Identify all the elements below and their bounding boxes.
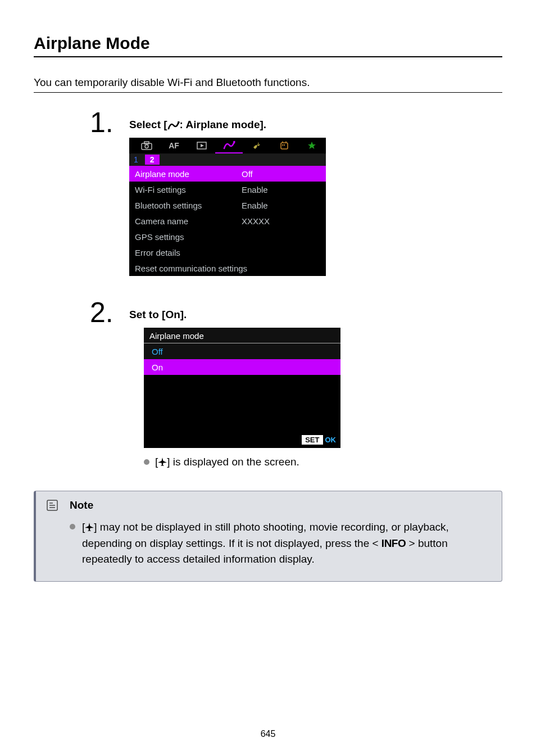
svg-point-9 [285, 142, 287, 143]
result-text-tail: ] is displayed on the screen. [167, 456, 299, 468]
step-1: 1. Select [: Airplane mode]. AF 1 2 [90, 108, 502, 276]
menu-item-camera-name[interactable]: Camera name XXXXX [129, 213, 326, 229]
menu-page-1[interactable]: 1 [134, 155, 138, 164]
tab-custom-icon[interactable] [270, 138, 298, 153]
menu-item-gps-settings[interactable]: GPS settings [129, 229, 326, 245]
result-text: [] is displayed on the screen. [155, 456, 299, 468]
svg-rect-10 [282, 144, 283, 146]
menu-item-airplane-mode[interactable]: Airplane mode Off [129, 166, 326, 182]
camera-menu-screen-1: AF 1 2 Airplane mode Off [129, 138, 326, 276]
menu-item-bluetooth-settings[interactable]: Bluetooth settings Enable [129, 197, 326, 213]
svg-rect-11 [284, 144, 285, 146]
ok-label: OK [325, 436, 337, 444]
step-1-title-prefix: Select [ [129, 119, 167, 130]
heading-rule [34, 56, 502, 57]
step-1-title-suffix: : Airplane mode]. [180, 119, 266, 130]
menu-item-value: Off [242, 169, 253, 179]
menu-item-value: Enable [242, 201, 268, 210]
menu-page-2[interactable]: 2 [145, 155, 160, 165]
menu-item-label: Airplane mode [135, 169, 242, 179]
tab-af-label[interactable]: AF [160, 138, 188, 153]
step-1-title: Select [: Airplane mode]. [129, 119, 502, 131]
step-1-number: 1. [90, 108, 129, 137]
svg-point-8 [282, 142, 283, 143]
tab-camera-icon[interactable] [133, 138, 160, 153]
menu-item-label: Error details [135, 248, 242, 257]
wireless-icon [167, 121, 180, 130]
bullet-icon [144, 459, 149, 465]
svg-rect-7 [281, 143, 288, 149]
note-box: Note [] may not be displayed in still ph… [34, 491, 502, 582]
dialog-option-on[interactable]: On [144, 359, 340, 375]
menu-item-label: Bluetooth settings [135, 201, 242, 210]
note-heading: Note [70, 499, 488, 511]
step-2-number: 2. [90, 298, 129, 327]
menu-item-value: Enable [242, 185, 268, 194]
dialog-blank-area [144, 375, 340, 431]
menu-item-wifi-settings[interactable]: Wi-Fi settings Enable [129, 182, 326, 197]
camera-menu-screen-2: Airplane mode Off On SET OK [144, 328, 340, 448]
tab-wrench-icon[interactable] [243, 138, 270, 153]
menu-item-value: XXXXX [242, 216, 270, 226]
step-2-result: [] is displayed on the screen. [144, 456, 502, 468]
note-icon [46, 499, 58, 514]
menu-page-row: 1 2 [129, 153, 326, 166]
svg-point-3 [145, 145, 148, 148]
svg-marker-12 [308, 142, 316, 149]
svg-rect-2 [144, 142, 149, 144]
tab-play-icon[interactable] [188, 138, 215, 153]
tab-star-icon[interactable] [298, 138, 325, 153]
tab-wireless-icon[interactable] [215, 138, 243, 153]
info-button-label: INFO [381, 537, 406, 549]
menu-item-label: GPS settings [135, 232, 242, 242]
note-content: [] may not be displayed in still photo s… [70, 519, 488, 568]
airplane-icon [85, 523, 94, 532]
page-number: 645 [0, 729, 536, 739]
dialog-footer: SET OK [144, 431, 340, 448]
svg-marker-5 [201, 144, 204, 147]
dialog-header: Airplane mode [144, 328, 340, 343]
menu-item-label: Wi-Fi settings [135, 185, 242, 194]
airplane-icon [158, 458, 167, 467]
intro-text: You can temporarily disable Wi-Fi and Bl… [34, 76, 502, 89]
page-title: Airplane Mode [34, 34, 502, 53]
bullet-icon [70, 524, 75, 529]
dialog-option-off[interactable]: Off [144, 343, 340, 359]
menu-item-error-details[interactable]: Error details [129, 245, 326, 260]
note-text: [] may not be displayed in still photo s… [82, 519, 488, 568]
step-2-title: Set to [On]. [129, 309, 502, 321]
intro-rule [34, 92, 502, 93]
menu-item-reset-comm[interactable]: Reset communication settings [129, 260, 326, 276]
set-button[interactable]: SET [302, 435, 322, 445]
step-2: 2. Set to [On]. Airplane mode Off On SET… [90, 298, 502, 468]
menu-tab-row: AF [129, 138, 326, 153]
menu-item-label: Reset communication settings [135, 264, 320, 273]
menu-item-label: Camera name [135, 216, 242, 226]
